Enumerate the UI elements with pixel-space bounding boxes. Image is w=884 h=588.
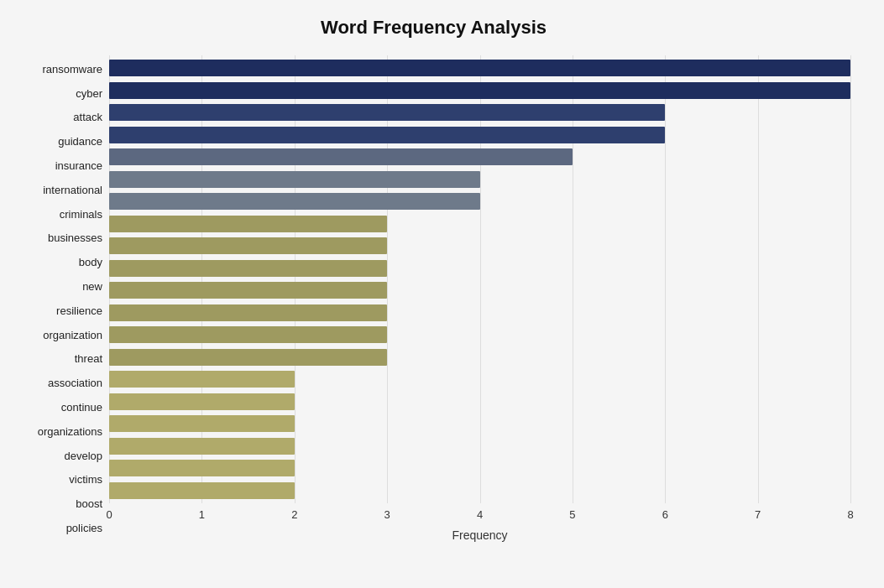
y-label: new xyxy=(82,276,102,298)
y-label: body xyxy=(79,252,102,273)
y-label: organizations xyxy=(38,420,102,442)
y-label: policies xyxy=(66,518,102,539)
bar-row xyxy=(109,190,850,212)
chart-area: ransomwarecyberattackguidanceinsurancein… xyxy=(17,55,850,542)
bar xyxy=(109,216,387,232)
y-label: continue xyxy=(61,397,102,419)
bar xyxy=(109,482,295,499)
bar xyxy=(109,82,850,99)
y-label: international xyxy=(43,179,102,200)
bar-row xyxy=(109,480,850,502)
bar xyxy=(109,127,665,143)
x-axis-label: 5 xyxy=(569,508,575,521)
y-label: ransomware xyxy=(42,58,102,80)
y-label: attack xyxy=(73,107,102,128)
bar-row xyxy=(109,80,850,101)
bars-and-grid: 012345678 Frequency xyxy=(109,55,850,542)
y-label: resilience xyxy=(56,299,102,321)
bar xyxy=(109,60,850,76)
bar xyxy=(109,171,480,188)
x-axis-title: Frequency xyxy=(109,528,850,542)
bar xyxy=(109,349,387,366)
bar xyxy=(109,393,295,410)
y-label: threat xyxy=(75,348,102,370)
bar-row xyxy=(109,101,850,123)
bar xyxy=(109,415,295,432)
grid-and-bars xyxy=(109,55,850,503)
bar xyxy=(109,282,387,299)
y-label: businesses xyxy=(48,227,102,249)
bar-row xyxy=(109,57,850,79)
chart-container: Word Frequency Analysis ransomwarecybera… xyxy=(0,0,884,588)
chart-title: Word Frequency Analysis xyxy=(17,17,850,39)
y-label: guidance xyxy=(58,131,102,153)
bar-row xyxy=(109,124,850,146)
bar-row xyxy=(109,391,850,413)
y-label: develop xyxy=(64,445,102,466)
bar xyxy=(109,260,387,277)
y-label: cyber xyxy=(76,82,102,104)
grid-line xyxy=(850,55,851,503)
bar xyxy=(109,237,387,254)
bar-row xyxy=(109,258,850,279)
x-axis-label: 0 xyxy=(106,508,112,521)
bar-row xyxy=(109,235,850,257)
y-label: criminals xyxy=(60,203,102,225)
bar-row xyxy=(109,146,850,168)
x-axis-label: 7 xyxy=(755,508,761,521)
bar xyxy=(109,326,387,343)
x-axis-label: 4 xyxy=(477,508,483,521)
bar-row xyxy=(109,169,850,190)
y-labels: ransomwarecyberattackguidanceinsurancein… xyxy=(17,55,109,542)
bar-row xyxy=(109,279,850,301)
bar xyxy=(109,460,295,476)
bar-row xyxy=(109,368,850,390)
bar xyxy=(109,193,480,210)
bar-row xyxy=(109,435,850,457)
x-axis-label: 8 xyxy=(847,508,853,521)
bar xyxy=(109,371,295,388)
y-label: insurance xyxy=(55,155,102,177)
bar-row xyxy=(109,457,850,479)
bar-row xyxy=(109,413,850,434)
bar xyxy=(109,104,665,121)
x-axis-labels: 012345678 xyxy=(109,508,850,525)
bar xyxy=(109,148,573,165)
y-label: organization xyxy=(43,324,102,346)
x-axis-label: 3 xyxy=(384,508,390,521)
bar xyxy=(109,438,295,455)
x-axis-label: 6 xyxy=(662,508,668,521)
x-axis-label: 1 xyxy=(199,508,205,521)
y-label: victims xyxy=(69,469,102,491)
bar-row xyxy=(109,324,850,346)
bar-row xyxy=(109,213,850,235)
bar-row xyxy=(109,302,850,324)
bar-row xyxy=(109,346,850,368)
bar xyxy=(109,304,387,321)
y-label: boost xyxy=(76,493,102,515)
bars-wrapper xyxy=(109,55,850,503)
x-axis-label: 2 xyxy=(291,508,297,521)
y-label: association xyxy=(48,372,102,394)
